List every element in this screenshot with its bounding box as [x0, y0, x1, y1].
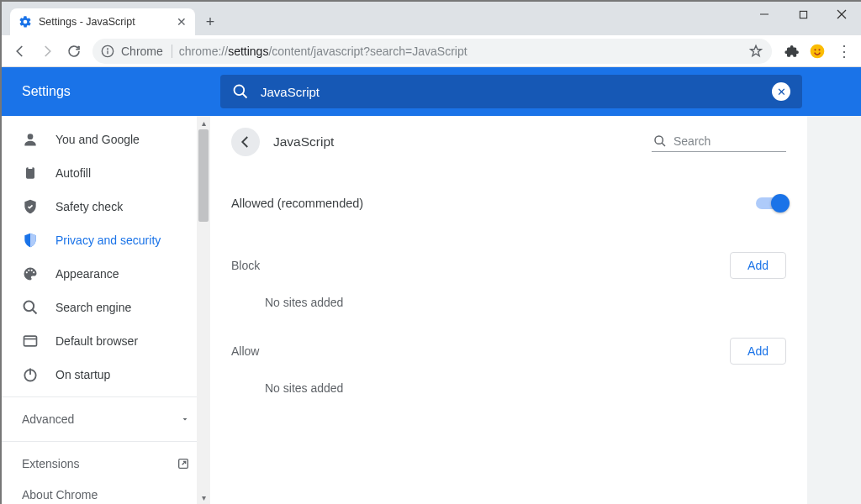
svg-point-15	[26, 271, 28, 273]
browser-window-icon	[22, 333, 39, 349]
sidebar-advanced[interactable]: Advanced	[2, 402, 210, 436]
scroll-up-arrow[interactable]: ▴	[197, 116, 210, 129]
sidebar-item-label: Search engine	[55, 301, 131, 314]
minimize-button[interactable]	[745, 2, 784, 27]
maximize-button[interactable]	[784, 2, 822, 27]
allowed-row: Allowed (recommended)	[231, 185, 786, 222]
svg-point-17	[31, 270, 33, 271]
settings-header: Settings ✕	[2, 67, 861, 116]
svg-line-11	[243, 94, 247, 98]
chrome-menu-button[interactable]: ⋮	[832, 42, 856, 60]
sidebar-about-label: About Chrome	[22, 488, 98, 501]
sidebar-item-on-startup[interactable]: On startup	[2, 358, 210, 391]
sidebar-separator	[2, 441, 210, 442]
svg-point-9	[818, 49, 820, 50]
allowed-label: Allowed (recommended)	[231, 197, 363, 210]
right-gutter	[807, 116, 861, 504]
power-icon	[22, 366, 39, 383]
sidebar-item-privacy-security[interactable]: Privacy and security	[2, 223, 210, 257]
svg-point-18	[33, 271, 34, 273]
site-info-icon[interactable]	[101, 45, 114, 58]
block-add-button[interactable]: Add	[730, 252, 786, 279]
sidebar-item-safety-check[interactable]: Safety check	[2, 190, 210, 223]
extension-icon[interactable]	[806, 39, 829, 63]
scroll-down-arrow[interactable]: ▾	[197, 491, 210, 504]
block-section-header: Block Add	[231, 244, 786, 287]
tab-title: Settings - JavaScript	[39, 16, 135, 28]
svg-point-12	[28, 134, 34, 139]
settings-search-input[interactable]	[261, 85, 760, 99]
url-text: chrome://settings/content/javascript?sea…	[179, 45, 467, 58]
magnifier-icon	[22, 299, 39, 316]
sidebar-item-label: Appearance	[55, 267, 119, 281]
allow-label: Allow	[231, 344, 259, 358]
allow-add-button[interactable]: Add	[730, 338, 786, 365]
sidebar-extensions[interactable]: Extensions	[2, 447, 210, 480]
window-titlebar: Settings - JavaScript ✕ +	[2, 2, 861, 35]
svg-rect-21	[24, 336, 37, 346]
browser-toolbar: Chrome chrome://settings/content/javascr…	[2, 35, 861, 67]
sidebar-item-search-engine[interactable]: Search engine	[2, 291, 210, 324]
chevron-down-icon	[180, 414, 190, 424]
reload-button[interactable]	[61, 38, 87, 65]
browser-tab[interactable]: Settings - JavaScript ✕	[10, 8, 195, 35]
svg-line-20	[33, 310, 37, 314]
clipboard-icon	[22, 165, 39, 181]
page-search[interactable]	[652, 133, 786, 152]
bookmark-star-icon[interactable]	[748, 44, 763, 59]
svg-point-26	[655, 136, 663, 144]
scroll-thumb[interactable]	[198, 129, 209, 222]
settings-app: Settings ✕ You and Google Autofill Safet…	[2, 67, 861, 504]
svg-point-10	[235, 86, 245, 96]
sidebar-item-label: Privacy and security	[55, 234, 161, 247]
svg-point-8	[814, 49, 816, 50]
clear-search-icon[interactable]: ✕	[772, 82, 790, 101]
sidebar-item-label: Safety check	[55, 200, 123, 213]
sidebar-item-default-browser[interactable]: Default browser	[2, 324, 210, 358]
sidebar-about-chrome[interactable]: About Chrome	[2, 480, 210, 504]
window-controls	[745, 2, 861, 30]
page-back-button[interactable]	[231, 128, 260, 156]
sidebar-extensions-label: Extensions	[22, 457, 79, 470]
person-icon	[22, 131, 39, 148]
close-tab-icon[interactable]: ✕	[177, 15, 187, 29]
javascript-toggle[interactable]	[756, 197, 786, 209]
external-link-icon	[177, 457, 190, 470]
settings-main: JavaScript Allowed (recommended) Block A…	[210, 116, 807, 504]
svg-rect-1	[800, 11, 806, 18]
settings-sidebar: You and Google Autofill Safety check Pri…	[2, 116, 210, 504]
extensions-puzzle-icon[interactable]	[780, 39, 804, 63]
svg-rect-13	[26, 167, 34, 178]
search-icon	[232, 83, 249, 100]
page-title: JavaScript	[273, 134, 334, 150]
settings-search-box[interactable]: ✕	[220, 75, 802, 108]
sidebar-item-label: Default browser	[55, 334, 138, 348]
svg-point-19	[24, 302, 34, 312]
page-search-input[interactable]	[673, 134, 784, 148]
gear-icon	[18, 15, 32, 29]
sidebar-item-appearance[interactable]: Appearance	[2, 257, 210, 291]
sidebar-scrollbar[interactable]: ▴ ▾	[197, 116, 210, 504]
new-tab-button[interactable]: +	[198, 10, 222, 34]
block-empty-text: No sites added	[231, 287, 786, 329]
sidebar-item-you-and-google[interactable]: You and Google	[2, 123, 210, 156]
svg-point-16	[28, 270, 29, 271]
sidebar-item-autofill[interactable]: Autofill	[2, 156, 210, 190]
extensions-area	[777, 39, 832, 63]
palette-icon	[22, 265, 39, 282]
close-window-button[interactable]	[822, 2, 861, 27]
sidebar-item-label: You and Google	[55, 133, 140, 146]
block-label: Block	[231, 259, 260, 272]
back-button[interactable]	[7, 38, 34, 65]
sidebar-item-label: On startup	[55, 368, 110, 381]
shield-icon	[22, 232, 39, 249]
forward-button[interactable]	[34, 38, 61, 65]
svg-rect-14	[29, 166, 33, 169]
allow-section-header: Allow Add	[231, 329, 786, 373]
svg-point-7	[811, 44, 825, 58]
omnibox[interactable]: Chrome chrome://settings/content/javascr…	[92, 39, 772, 64]
sidebar-item-label: Autofill	[55, 166, 91, 180]
search-icon	[653, 134, 667, 148]
settings-title: Settings	[2, 84, 220, 99]
sidebar-advanced-label: Advanced	[22, 412, 74, 426]
